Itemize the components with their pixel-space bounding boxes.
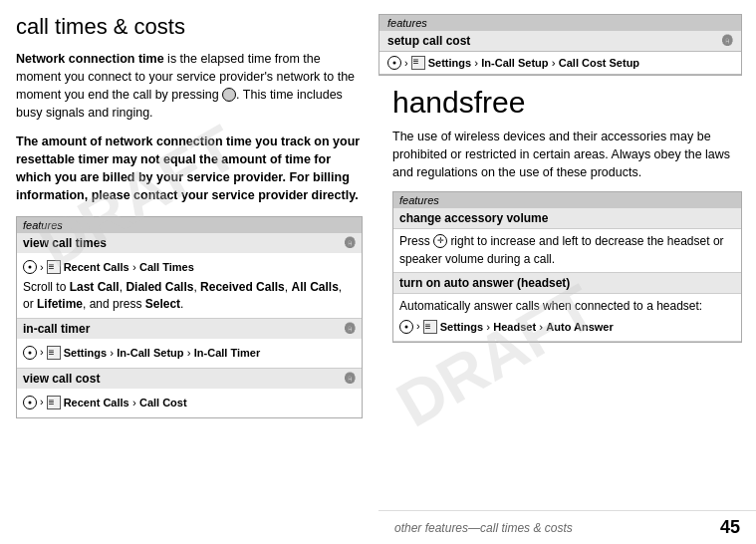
accessibility-icon-2: 🅐 <box>345 373 356 385</box>
accessory-volume-content: Press ✛ right to increase and left to de… <box>393 229 741 273</box>
nav-circle-icon-2 <box>23 396 37 409</box>
handsfree-body: The use of wireless devices and their ac… <box>392 128 742 181</box>
left-features-header: features <box>17 217 362 233</box>
nav-line-auto-answer: › Settings › Headset › Auto Answer <box>399 319 735 336</box>
nav-menu-icon-0 <box>47 260 61 274</box>
handsfree-title: handsfree <box>392 86 742 120</box>
hf-row-auto-answer: turn on auto answer (headset) Automatica… <box>393 273 741 342</box>
nav-circle-icon-auto <box>399 320 413 334</box>
footer-label: other features—call times & costs <box>394 521 573 535</box>
end-call-icon <box>222 88 236 102</box>
hf-features-box: features change accessory volume Press ✛… <box>392 191 742 343</box>
accessibility-icon-setup: 🅐 <box>722 35 733 47</box>
nav-circle-icon-1 <box>23 346 37 360</box>
feature-row-view-call-times: view call times 🅐 › Recent Calls › Call … <box>17 233 362 319</box>
nav-circle-icon-0 <box>23 260 37 274</box>
billing-warning: The amount of network connection time yo… <box>16 133 363 205</box>
intro-bold: Network connection time <box>16 52 164 66</box>
auto-answer-desc: Automatically answer calls when connecte… <box>399 298 735 315</box>
view-call-times-extra: Scroll to Last Call, Dialed Calls, Recei… <box>23 279 356 314</box>
setup-cost-title: setup call cost <box>387 34 470 48</box>
accessory-volume-title: change accessory volume <box>393 208 741 229</box>
in-call-timer-title: in-call timer 🅐 <box>17 319 362 339</box>
nav-menu-icon-1 <box>47 346 61 360</box>
volume-instruction: right to increase and left to decrease t… <box>399 234 724 265</box>
nav-menu-icon-2 <box>47 396 61 409</box>
accessibility-icon-1: 🅐 <box>345 323 356 335</box>
in-call-timer-content: › Settings › In-Call Setup › In-Call Tim… <box>17 339 362 368</box>
feature-row-in-call-timer: in-call timer 🅐 › Settings › In-Call Set… <box>17 319 362 369</box>
right-top-features-box: features setup call cost 🅐 › Settings › … <box>378 14 742 76</box>
auto-answer-title: turn on auto answer (headset) <box>393 273 741 294</box>
right-features-header: features <box>379 15 741 31</box>
right-column: features setup call cost 🅐 › Settings › … <box>378 0 756 544</box>
nav-line-call-times: › Recent Calls › Call Times <box>23 259 356 276</box>
setup-cost-title-row: setup call cost 🅐 <box>379 31 741 52</box>
handsfree-section: handsfree The use of wireless devices an… <box>378 76 756 510</box>
view-call-cost-title: view call cost 🅐 <box>17 369 362 389</box>
press-text: Press <box>399 234 430 248</box>
left-features-box: features view call times 🅐 › Recent Call… <box>16 216 363 418</box>
auto-answer-content: Automatically answer calls when connecte… <box>393 294 741 342</box>
page-title: call times & costs <box>16 14 363 40</box>
setup-cost-nav: › Settings › In-Call Setup › Call Cost S… <box>379 52 741 75</box>
footer-page-number: 45 <box>720 517 740 538</box>
accessibility-icon-0: 🅐 <box>345 237 356 249</box>
hf-features-header: features <box>393 192 741 208</box>
view-call-cost-content: › Recent Calls › Call Cost <box>17 389 362 417</box>
view-call-times-content: › Recent Calls › Call Times Scroll to La… <box>17 253 362 318</box>
nav-circle-icon-setup <box>387 56 401 70</box>
page-footer: other features—call times & costs 45 <box>378 510 756 544</box>
nav-menu-icon-auto <box>423 320 437 334</box>
left-column: call times & costs Network connection ti… <box>0 0 378 544</box>
view-call-times-title: view call times 🅐 <box>17 233 362 253</box>
hf-row-accessory-volume: change accessory volume Press ✛ right to… <box>393 208 741 273</box>
nav-menu-icon-setup <box>411 56 425 70</box>
feature-row-view-call-cost: view call cost 🅐 › Recent Calls › Call C… <box>17 369 362 417</box>
nav-line-view-call-cost: › Recent Calls › Call Cost <box>23 395 356 411</box>
nav-dpad-icon: ✛ <box>433 234 447 248</box>
nav-line-in-call-timer: › Settings › In-Call Setup › In-Call Tim… <box>23 345 356 362</box>
intro-paragraph: Network connection time is the elapsed t… <box>16 50 363 123</box>
